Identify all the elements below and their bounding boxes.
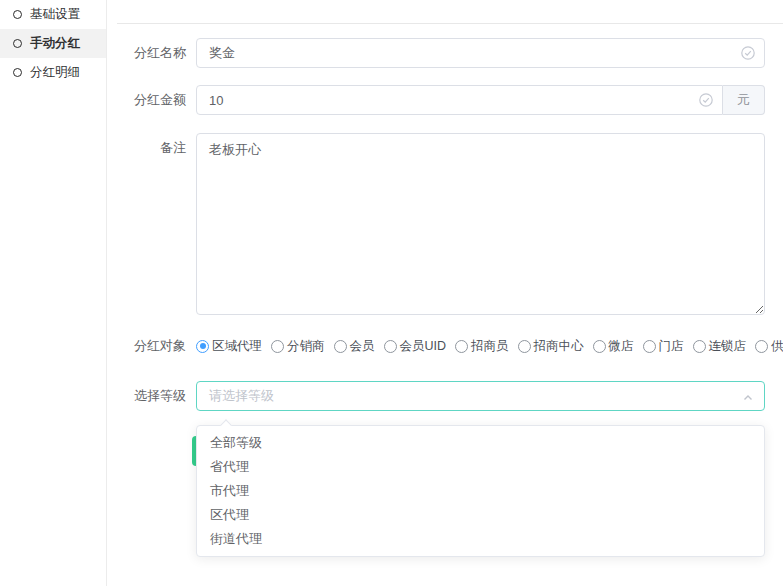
radio-label: 门店 <box>659 338 684 355</box>
radio-label: 招商员 <box>471 338 509 355</box>
radio-门店[interactable]: 门店 <box>643 338 684 355</box>
level-label: 选择等级 <box>107 381 186 411</box>
radio-icon <box>643 340 656 353</box>
level-option-省代理[interactable]: 省代理 <box>197 455 764 479</box>
level-option-街道代理[interactable]: 街道代理 <box>197 527 764 551</box>
sidebar-item-label: 基础设置 <box>30 6 80 23</box>
dividend-target-label: 分红对象 <box>107 336 186 356</box>
dividend-amount-field: 元 <box>196 85 765 115</box>
radio-icon <box>593 340 606 353</box>
radio-分销商[interactable]: 分销商 <box>271 338 325 355</box>
main-panel: 分红名称 分红金额 元 备注 老板开心 分红对象 <box>107 0 783 586</box>
radio-微店[interactable]: 微店 <box>593 338 634 355</box>
radio-label: 会员UID <box>400 338 447 355</box>
radio-selected-icon <box>196 340 209 353</box>
level-option-区代理[interactable]: 区代理 <box>197 503 764 527</box>
dividend-name-row: 分红名称 <box>107 38 783 68</box>
radio-区域代理[interactable]: 区域代理 <box>196 338 262 355</box>
remark-textarea[interactable]: 老板开心 <box>196 133 765 315</box>
dropdown-arrow <box>220 419 231 430</box>
level-row: 选择等级 请选择等级 <box>107 381 783 411</box>
radio-会员UID[interactable]: 会员UID <box>384 338 447 355</box>
sidebar-item-手动分红[interactable]: 手动分红 <box>0 29 106 58</box>
dividend-name-field <box>196 38 765 68</box>
radio-label: 连锁店 <box>709 338 747 355</box>
radio-label: 分销商 <box>287 338 325 355</box>
circle-icon <box>13 39 22 48</box>
radio-icon <box>755 340 768 353</box>
sidebar-item-label: 分红明细 <box>30 64 80 81</box>
sidebar-item-label: 手动分红 <box>30 35 80 52</box>
sidebar-item-分红明细[interactable]: 分红明细 <box>0 58 106 87</box>
radio-label: 招商中心 <box>534 338 584 355</box>
dividend-amount-input-wrap <box>196 85 723 115</box>
sidebar-item-基础设置[interactable]: 基础设置 <box>0 0 106 29</box>
level-option-全部等级[interactable]: 全部等级 <box>197 431 764 455</box>
dividend-name-label: 分红名称 <box>107 38 186 68</box>
dividend-name-input[interactable] <box>197 39 764 67</box>
radio-label: 区域代理 <box>212 338 262 355</box>
dividend-target-row: 分红对象 区域代理分销商会员会员UID招商员招商中心微店门店连锁店供应商 <box>107 336 783 356</box>
circle-check-icon <box>741 46 755 60</box>
top-divider <box>117 23 783 24</box>
radio-会员[interactable]: 会员 <box>334 338 375 355</box>
circle-icon <box>13 68 22 77</box>
radio-label: 供应商 <box>771 338 783 355</box>
radio-供应商[interactable]: 供应商 <box>755 338 783 355</box>
radio-icon <box>455 340 468 353</box>
circle-check-icon <box>699 93 713 107</box>
dividend-amount-row: 分红金额 元 <box>107 85 783 115</box>
chevron-up-icon <box>742 390 754 402</box>
radio-icon <box>693 340 706 353</box>
sidebar: 基础设置手动分红分红明细 <box>0 0 107 586</box>
circle-icon <box>13 10 22 19</box>
dividend-amount-label: 分红金额 <box>107 85 186 115</box>
radio-icon <box>271 340 284 353</box>
amount-unit-append: 元 <box>723 85 765 115</box>
radio-icon <box>518 340 531 353</box>
dividend-amount-input[interactable] <box>197 86 722 114</box>
radio-icon <box>384 340 397 353</box>
remark-label: 备注 <box>107 139 186 157</box>
level-select-placeholder: 请选择等级 <box>209 387 274 405</box>
radio-icon <box>334 340 347 353</box>
radio-招商员[interactable]: 招商员 <box>455 338 509 355</box>
level-dropdown-list: 全部等级省代理市代理区代理街道代理 <box>197 431 764 551</box>
level-dropdown: 全部等级省代理市代理区代理街道代理 <box>196 425 765 557</box>
radio-label: 微店 <box>609 338 634 355</box>
radio-招商中心[interactable]: 招商中心 <box>518 338 584 355</box>
level-option-市代理[interactable]: 市代理 <box>197 479 764 503</box>
level-select[interactable]: 请选择等级 <box>196 381 765 411</box>
radio-连锁店[interactable]: 连锁店 <box>693 338 747 355</box>
dividend-target-group: 区域代理分销商会员会员UID招商员招商中心微店门店连锁店供应商 <box>196 336 765 356</box>
remark-row: 备注 老板开心 <box>107 133 783 315</box>
remark-field-wrap: 老板开心 <box>196 133 765 319</box>
radio-label: 会员 <box>350 338 375 355</box>
